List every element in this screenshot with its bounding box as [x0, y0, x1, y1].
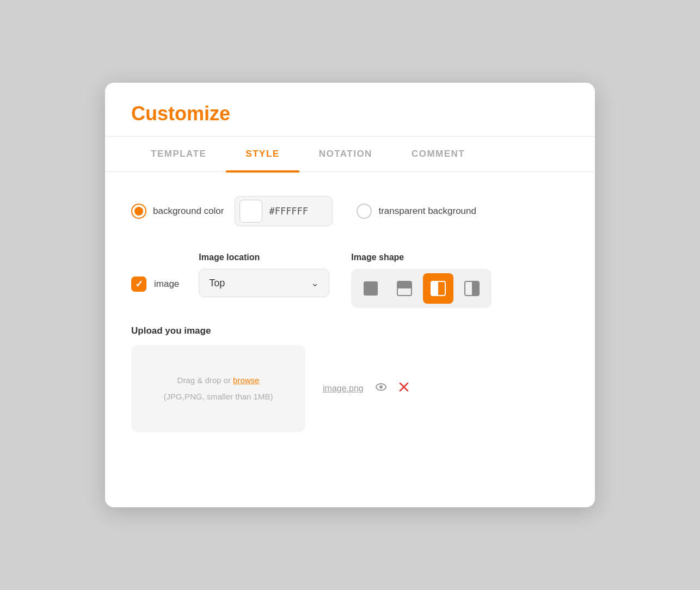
upload-row: Drag & drop or browse (JPG,PNG, smaller … — [131, 345, 569, 432]
shape-full-button[interactable] — [355, 273, 386, 304]
customize-modal: Customize TEMPLATE STYLE NOTATION COMMEN… — [105, 83, 595, 507]
upload-file-row: image.png — [323, 380, 409, 397]
tab-style[interactable]: STYLE — [226, 137, 299, 171]
svg-rect-6 — [472, 281, 479, 296]
upload-dropzone[interactable]: Drag & drop or browse (JPG,PNG, smaller … — [131, 345, 305, 432]
browse-link[interactable]: browse — [233, 376, 259, 385]
radio-outer-transparent — [357, 204, 372, 219]
image-shape-options — [351, 269, 492, 308]
chevron-down-icon: ⌄ — [311, 277, 319, 289]
svg-rect-0 — [364, 281, 378, 296]
color-hex-value: #FFFFFF — [269, 206, 308, 217]
transparent-label: transparent background — [378, 206, 476, 217]
tab-comment[interactable]: COMMENT — [392, 137, 484, 171]
dropdown-value: Top — [209, 278, 225, 289]
tab-template[interactable]: TEMPLATE — [131, 137, 226, 171]
transparent-background-radio[interactable]: transparent background — [357, 204, 476, 219]
shape-wide-icon — [396, 280, 413, 297]
delete-icon[interactable] — [398, 382, 409, 396]
shape-full-icon — [363, 280, 379, 297]
image-shape-col: Image shape — [351, 253, 492, 308]
modal-header: Customize — [105, 83, 595, 137]
background-color-radio[interactable]: background color — [131, 204, 224, 219]
image-location-label: Image location — [199, 253, 329, 262]
image-label: image — [154, 279, 179, 290]
svg-rect-2 — [397, 281, 412, 288]
dropzone-subtext: (JPG,PNG, smaller than 1MB) — [164, 389, 273, 405]
shape-top-half-icon — [430, 280, 446, 297]
upload-filename: image.png — [323, 384, 364, 394]
shape-bottom-half-button[interactable] — [457, 273, 487, 304]
image-location-col: Image location Top ⌄ — [199, 253, 329, 297]
style-tab-content: background color #FFFFFF transparent bac… — [105, 172, 595, 452]
background-color-label: background color — [153, 206, 224, 217]
image-row: ✓ image Image location Top ⌄ Image shape — [131, 253, 569, 308]
background-color-row: background color #FFFFFF transparent bac… — [131, 196, 569, 226]
x-svg — [398, 382, 409, 392]
image-checkbox: ✓ — [131, 276, 146, 292]
svg-point-8 — [379, 385, 383, 389]
image-location-dropdown[interactable]: Top ⌄ — [199, 269, 329, 297]
color-input-box[interactable]: #FFFFFF — [235, 196, 333, 226]
checkmark-icon: ✓ — [135, 279, 143, 289]
shape-bottom-half-icon — [464, 280, 480, 297]
tab-notation[interactable]: NOTATION — [299, 137, 392, 171]
image-checkbox-wrapper[interactable]: ✓ image — [131, 276, 179, 292]
upload-section: Upload you image Drag & drop or browse (… — [131, 325, 569, 432]
color-swatch — [240, 200, 262, 223]
radio-inner-bg — [134, 207, 143, 216]
shape-wide-button[interactable] — [389, 273, 420, 304]
dropzone-text: Drag & drop or browse — [177, 372, 260, 389]
tab-bar: TEMPLATE STYLE NOTATION COMMENT — [105, 137, 595, 172]
shape-top-half-button[interactable] — [423, 273, 453, 304]
svg-rect-4 — [431, 281, 438, 296]
radio-outer-bg — [131, 204, 146, 219]
image-section: ✓ image Image location Top ⌄ Image shape — [131, 253, 569, 308]
eye-svg — [374, 380, 388, 394]
image-shape-label: Image shape — [351, 253, 492, 262]
upload-title: Upload you image — [131, 325, 569, 336]
eye-icon[interactable] — [374, 380, 388, 397]
modal-title: Customize — [131, 102, 569, 125]
